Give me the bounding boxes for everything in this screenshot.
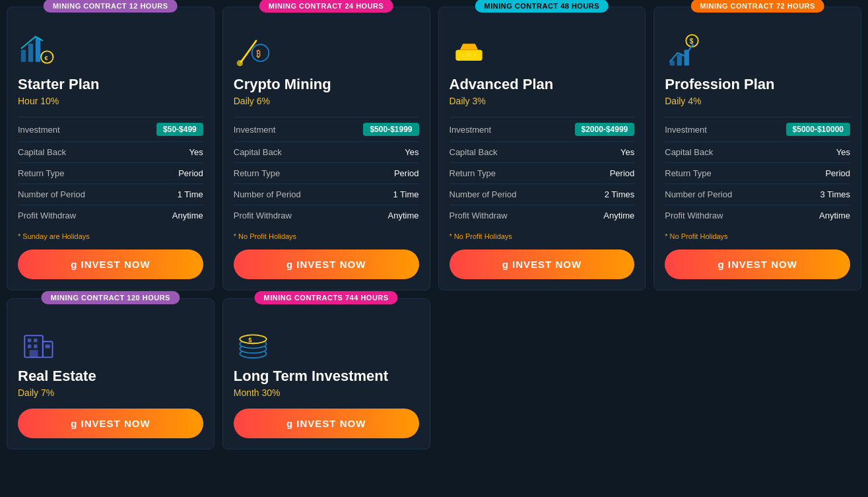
row-label: Number of Period <box>450 189 517 199</box>
table-row: Capital BackYes <box>18 141 203 162</box>
row-value: $50-$499 <box>156 123 203 136</box>
svg-rect-22 <box>34 338 38 342</box>
table-row: Profit WithdrawAnytime <box>18 205 203 226</box>
svg-rect-17 <box>677 54 681 65</box>
table-row: Investment$50-$499 <box>18 117 203 141</box>
row-label: Number of Period <box>234 189 301 199</box>
card-badge: MINING CONTRACT 24 HOURS <box>259 0 393 13</box>
row-value: $5000-$10000 <box>786 123 850 136</box>
card-badge: MINING CONTRACT 48 HOURS <box>475 0 609 13</box>
table-row: Number of Period2 Times <box>450 183 635 205</box>
row-label: Number of Period <box>665 189 732 199</box>
table-row: Number of Period1 Time <box>234 183 419 205</box>
row-label: Return Type <box>18 168 65 178</box>
svg-text:$: $ <box>248 336 251 343</box>
row-value: 3 Times <box>820 189 850 199</box>
row-value: Yes <box>836 147 850 157</box>
row-value: Period <box>178 168 203 178</box>
svg-rect-2 <box>35 38 40 62</box>
table-row: Investment$2000-$4999 <box>450 117 635 141</box>
card-icon <box>18 321 57 361</box>
row-label: Return Type <box>234 168 281 178</box>
svg-point-30 <box>240 335 267 343</box>
row-value: Anytime <box>388 211 419 220</box>
card-note: * No Profit Holidays <box>234 232 419 240</box>
card-title: Real Estate <box>18 368 203 385</box>
row-value: Yes <box>189 147 203 157</box>
row-label: Capital Back <box>450 147 498 157</box>
svg-rect-21 <box>27 338 30 342</box>
svg-rect-16 <box>669 61 674 65</box>
card-badge: MINING CONTRACTS 744 HOURS <box>255 291 398 304</box>
svg-rect-26 <box>45 345 50 348</box>
row-label: Profit Withdraw <box>234 211 292 220</box>
row-label: Investment <box>450 125 492 135</box>
row-value: Anytime <box>172 211 203 220</box>
row-label: Profit Withdraw <box>18 211 76 220</box>
svg-marker-10 <box>460 44 479 50</box>
row-value: Period <box>394 168 419 178</box>
svg-point-6 <box>237 60 243 66</box>
card-icon: € <box>18 30 57 69</box>
invest-now-button[interactable]: g INVEST NOW <box>18 249 203 279</box>
card-rows: Investment$500-$1999Capital BackYesRetur… <box>234 117 419 226</box>
row-value: Period <box>825 168 850 178</box>
invest-now-button[interactable]: g INVEST NOW <box>450 249 635 279</box>
table-row: Profit WithdrawAnytime <box>234 205 419 226</box>
card-note: * No Profit Holidays <box>450 232 635 240</box>
svg-text:₿: ₿ <box>256 48 261 58</box>
svg-rect-20 <box>42 341 52 357</box>
invest-now-button[interactable]: g INVEST NOW <box>234 409 419 438</box>
row-label: Investment <box>18 125 60 135</box>
investment-card: MINING CONTRACT 48 HOURS Advanced PlanDa… <box>438 7 646 290</box>
row-label: Return Type <box>665 168 712 178</box>
card-subtitle: Month 30% <box>234 387 419 398</box>
svg-rect-1 <box>28 44 32 61</box>
card-title: Starter Plan <box>18 76 203 93</box>
card-icon: $ <box>234 321 273 361</box>
row-label: Investment <box>665 125 707 135</box>
card-icon: $ <box>665 30 704 69</box>
card-icon <box>450 30 489 69</box>
investment-card: MINING CONTRACTS 744 HOURS $ Long Term I… <box>222 298 430 449</box>
card-title: Crypto Mining <box>234 76 419 93</box>
card-subtitle: Daily 7% <box>18 387 203 398</box>
row-value: Anytime <box>603 211 634 220</box>
invest-now-button[interactable]: g INVEST NOW <box>234 249 419 279</box>
invest-now-button[interactable]: g INVEST NOW <box>665 249 850 279</box>
card-subtitle: Hour 10% <box>18 96 203 106</box>
card-subtitle: Daily 4% <box>665 96 850 106</box>
svg-text:€: € <box>44 55 48 61</box>
row-label: Capital Back <box>665 147 713 157</box>
card-rows: Investment$50-$499Capital BackYesReturn … <box>18 117 203 226</box>
card-subtitle: Daily 6% <box>234 96 419 106</box>
row-label: Capital Back <box>18 147 66 157</box>
table-row: Return TypePeriod <box>18 162 203 183</box>
card-badge: MINING CONTRACT 120 HOURS <box>42 291 180 304</box>
row-value: Period <box>610 168 635 178</box>
bottom-cards-grid: MINING CONTRACT 120 HOURS Real EstateDai… <box>7 298 861 449</box>
table-row: Capital BackYes <box>450 141 635 162</box>
svg-rect-18 <box>684 50 688 65</box>
card-title: Profession Plan <box>665 76 850 93</box>
invest-now-button[interactable]: g INVEST NOW <box>18 409 203 438</box>
card-badge: MINING CONTRACT 72 HOURS <box>690 0 824 13</box>
investment-card: MINING CONTRACT 12 HOURS € Starter PlanH… <box>7 7 215 290</box>
card-title: Long Term Investment <box>234 368 419 385</box>
investment-card: MINING CONTRACT 24 HOURS ₿ Crypto Mining… <box>222 7 430 290</box>
row-label: Profit Withdraw <box>450 211 508 220</box>
row-value: $2000-$4999 <box>575 123 635 136</box>
table-row: Capital BackYes <box>234 141 419 162</box>
table-row: Return TypePeriod <box>665 162 850 183</box>
card-note: * No Profit Holidays <box>665 232 850 240</box>
card-badge: MINING CONTRACT 12 HOURS <box>44 0 178 13</box>
table-row: Investment$500-$1999 <box>234 117 419 141</box>
row-value: Yes <box>405 147 418 157</box>
row-value: Yes <box>620 147 634 157</box>
card-icon: ₿ <box>234 30 273 69</box>
svg-rect-23 <box>27 345 30 348</box>
row-value: 1 Time <box>393 189 418 199</box>
table-row: Profit WithdrawAnytime <box>450 205 635 226</box>
row-value: Anytime <box>819 211 850 220</box>
table-row: Return TypePeriod <box>234 162 419 183</box>
